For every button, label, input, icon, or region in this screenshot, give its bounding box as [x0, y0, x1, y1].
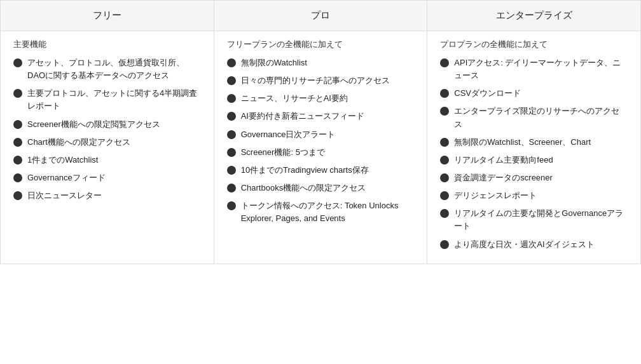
bullet-icon: [13, 138, 22, 147]
feature-text: ニュース、リサーチとAI要約: [241, 92, 415, 105]
list-item: 無制限のWatchlist、Screener、Chart: [440, 136, 628, 149]
bullet-icon: [440, 107, 449, 116]
feature-text: Chartbooks機能への限定アクセス: [241, 182, 415, 194]
feature-text: Chart機能への限定アクセス: [27, 136, 201, 149]
feature-text: AI要約付き新着ニュースフィード: [241, 110, 415, 123]
bullet-icon: [13, 156, 22, 165]
bullet-icon: [440, 209, 449, 218]
list-item: 10件までのTradingview charts保存: [227, 164, 415, 177]
bullet-icon: [13, 191, 22, 200]
bullet-icon: [227, 76, 236, 85]
pro-feature-list: 無制限のWatchlist日々の専門的リサーチ記事へのアクセスニュース、リサーチ…: [227, 57, 415, 225]
comparison-table: フリー プロ エンタープライズ 主要機能 アセット、プロトコル、仮想通貨取引所、…: [0, 0, 641, 264]
bullet-icon: [13, 120, 22, 129]
list-item: リアルタイム主要動向feed: [440, 154, 628, 166]
bullet-icon: [440, 191, 449, 200]
list-item: Screener機能: 5つまで: [227, 146, 415, 159]
pro-column: フリープランの全機能に加えて 無制限のWatchlist日々の専門的リサーチ記事…: [214, 31, 427, 264]
feature-text: 無制限のWatchlist: [241, 57, 415, 69]
bullet-icon: [227, 112, 236, 121]
list-item: 資金調達データのscreener: [440, 172, 628, 184]
bullet-icon: [13, 89, 22, 98]
bullet-icon: [440, 156, 449, 165]
free-section-title: 主要機能: [13, 39, 201, 50]
feature-text: デリジェンスレポート: [454, 189, 628, 202]
header-enterprise: エンタープライズ: [427, 1, 641, 31]
bullet-icon: [440, 58, 449, 67]
feature-text: アセット、プロトコル、仮想通貨取引所、DAOに関する基本データへのアクセス: [27, 57, 201, 82]
bullet-icon: [227, 130, 236, 139]
feature-text: エンタープライズ限定のリサーチへのアクセス: [454, 105, 628, 130]
list-item: デリジェンスレポート: [440, 189, 628, 202]
list-item: トークン情報へのアクセス: Token Unlocks Explorer, Pa…: [227, 199, 415, 225]
list-item: リアルタイムの主要な開発とGovernanceアラート: [440, 207, 628, 233]
feature-text: APIアクセス: デイリーマーケットデータ、ニュース: [454, 57, 628, 82]
feature-text: 日々の専門的リサーチ記事へのアクセス: [241, 74, 415, 87]
feature-text: Governance日次アラート: [241, 128, 415, 141]
list-item: Chartbooks機能への限定アクセス: [227, 182, 415, 194]
list-item: AI要約付き新着ニュースフィード: [227, 110, 415, 123]
feature-text: Screener機能: 5つまで: [241, 146, 415, 159]
enterprise-section-title: プロプランの全機能に加えて: [440, 39, 628, 50]
feature-text: より高度な日次・週次AIダイジェスト: [454, 238, 628, 251]
list-item: Chart機能への限定アクセス: [13, 136, 201, 149]
bullet-icon: [227, 94, 236, 103]
list-item: CSVダウンロード: [440, 87, 628, 100]
list-item: 日次ニュースレター: [13, 189, 201, 202]
feature-text: 日次ニュースレター: [27, 189, 201, 202]
bullet-icon: [440, 173, 449, 182]
list-item: APIアクセス: デイリーマーケットデータ、ニュース: [440, 57, 628, 82]
bullet-icon: [227, 184, 236, 192]
feature-text: 10件までのTradingview charts保存: [241, 164, 415, 177]
bullet-icon: [440, 89, 449, 98]
bullet-icon: [227, 58, 236, 67]
enterprise-column: プロプランの全機能に加えて APIアクセス: デイリーマーケットデータ、ニュース…: [427, 31, 641, 264]
feature-text: Governanceフィード: [27, 172, 201, 184]
feature-text: トークン情報へのアクセス: Token Unlocks Explorer, Pa…: [241, 199, 415, 225]
feature-text: CSVダウンロード: [454, 87, 628, 100]
bullet-icon: [440, 138, 449, 147]
list-item: 1件までのWatchlist: [13, 154, 201, 166]
list-item: 主要プロトコル、アセットに関する4半期調査レポート: [13, 87, 201, 112]
list-item: 無制限のWatchlist: [227, 57, 415, 69]
pro-section-title: フリープランの全機能に加えて: [227, 39, 415, 50]
list-item: より高度な日次・週次AIダイジェスト: [440, 238, 628, 251]
bullet-icon: [227, 201, 236, 210]
enterprise-feature-list: APIアクセス: デイリーマーケットデータ、ニュースCSVダウンロードエンタープ…: [440, 57, 628, 251]
list-item: 日々の専門的リサーチ記事へのアクセス: [227, 74, 415, 87]
bullet-icon: [227, 148, 236, 157]
list-item: エンタープライズ限定のリサーチへのアクセス: [440, 105, 628, 130]
bullet-icon: [440, 240, 449, 249]
list-item: Screener機能への限定閲覧アクセス: [13, 118, 201, 131]
feature-text: 1件までのWatchlist: [27, 154, 201, 166]
feature-text: Screener機能への限定閲覧アクセス: [27, 118, 201, 131]
free-column: 主要機能 アセット、プロトコル、仮想通貨取引所、DAOに関する基本データへのアク…: [1, 31, 214, 264]
feature-text: リアルタイムの主要な開発とGovernanceアラート: [454, 207, 628, 233]
header-pro: プロ: [214, 1, 427, 31]
free-feature-list: アセット、プロトコル、仮想通貨取引所、DAOに関する基本データへのアクセス主要プ…: [13, 57, 201, 202]
bullet-icon: [13, 58, 22, 67]
header-free: フリー: [1, 1, 214, 31]
bullet-icon: [13, 173, 22, 182]
feature-text: リアルタイム主要動向feed: [454, 154, 628, 166]
list-item: Governanceフィード: [13, 172, 201, 184]
bullet-icon: [227, 166, 236, 175]
list-item: アセット、プロトコル、仮想通貨取引所、DAOに関する基本データへのアクセス: [13, 57, 201, 82]
feature-text: 資金調達データのscreener: [454, 172, 628, 184]
list-item: ニュース、リサーチとAI要約: [227, 92, 415, 105]
feature-text: 無制限のWatchlist、Screener、Chart: [454, 136, 628, 149]
feature-text: 主要プロトコル、アセットに関する4半期調査レポート: [27, 87, 201, 112]
list-item: Governance日次アラート: [227, 128, 415, 141]
